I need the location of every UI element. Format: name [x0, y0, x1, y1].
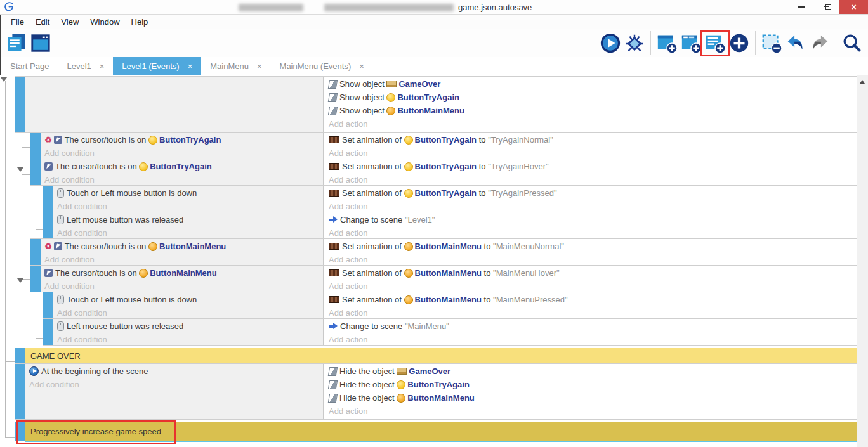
add-condition-button[interactable]: Add condition [44, 173, 323, 186]
event-row[interactable]: ♻The cursor/touch is on ButtonMainMenuAd… [30, 238, 857, 266]
quoted-value: "TryAgainNormal" [488, 135, 553, 145]
debug-icon [624, 32, 645, 54]
add-condition-button[interactable]: Add condition [44, 253, 323, 266]
add-condition-button[interactable]: Add condition [44, 280, 323, 293]
menu-window[interactable]: Window [84, 17, 125, 27]
button-orange-icon [397, 394, 405, 403]
toolbar-debug-button[interactable] [624, 32, 645, 54]
conditions-cell: ♻The cursor/touch is on ButtonMainMenuAd… [41, 239, 324, 265]
minimize-button[interactable] [789, 0, 814, 14]
action-item[interactable]: Hide the object GameOver [329, 365, 857, 378]
action-item[interactable]: Show object GameOver [329, 77, 857, 91]
tab-level1[interactable]: Level1× [58, 57, 113, 75]
action-item[interactable]: Set animation of ButtonTryAgain to "TryA… [329, 186, 857, 200]
action-text: At the beginning of the scene [41, 366, 148, 376]
tab-close-icon[interactable]: × [188, 62, 193, 71]
close-button[interactable]: × [839, 0, 868, 14]
toolbar-add-event-button[interactable] [656, 32, 678, 54]
toolbar-deselect-button[interactable] [761, 32, 782, 54]
add-condition-button[interactable]: Add condition [44, 146, 323, 160]
tab-label: Level1 (Events) [122, 62, 179, 71]
tab-close-icon[interactable]: × [257, 62, 262, 71]
add-condition-button[interactable]: Add condition [57, 333, 323, 346]
add-condition-button[interactable]: Add condition [57, 226, 323, 240]
menu-file[interactable]: File [5, 17, 30, 27]
event-row[interactable]: At the beginning of the sceneAdd conditi… [15, 363, 857, 420]
toolbar-project-manager-button[interactable] [6, 32, 27, 54]
condition-item[interactable]: Touch or Left mouse button is down [57, 293, 323, 306]
add-action-button[interactable]: Add action [329, 253, 857, 266]
condition-item[interactable]: Left mouse button was released [57, 213, 323, 226]
condition-item[interactable]: Left mouse button was released [57, 320, 323, 333]
add-action-button[interactable]: Add action [329, 226, 857, 240]
event-row[interactable]: ♻The cursor/touch is on ButtonTryAgainAd… [30, 132, 857, 159]
undo-icon [785, 32, 806, 54]
action-item[interactable]: Set animation of ButtonTryAgain to "TryA… [329, 160, 857, 173]
event-row[interactable]: The cursor/touch is on ButtonTryAgainAdd… [30, 159, 857, 186]
action-item[interactable]: Set animation of ButtonTryAgain to "TryA… [329, 133, 857, 146]
vertical-scrollbar[interactable] [857, 75, 868, 447]
menu-edit[interactable]: Edit [30, 17, 55, 27]
action-item[interactable]: Set animation of ButtonMainMenu to "Main… [329, 240, 857, 253]
condition-item[interactable]: The cursor/touch is on ButtonTryAgain [44, 160, 323, 173]
event-row[interactable]: Left mouse button was releasedAdd condit… [43, 212, 857, 239]
event-marker-bar [15, 77, 25, 132]
scroll-up-arrow-icon[interactable] [860, 80, 865, 84]
add-condition-button[interactable]: Add condition [29, 378, 323, 391]
add-action-button[interactable]: Add action [329, 117, 857, 131]
event-row[interactable]: The cursor/touch is on ButtonMainMenuAdd… [30, 265, 857, 292]
toolbar-add-comment-button[interactable] [704, 32, 726, 54]
action-item[interactable]: Show object ButtonMainMenu [329, 104, 857, 117]
action-item[interactable]: Change to scene "MainMenu" [329, 320, 857, 333]
action-item[interactable]: Change to scene "Level1" [329, 213, 857, 226]
menu-help[interactable]: Help [126, 17, 154, 27]
action-item[interactable]: Set animation of ButtonMainMenu to "Main… [329, 266, 857, 280]
condition-item[interactable]: At the beginning of the scene [29, 365, 323, 378]
event-row[interactable]: Left mouse button was releasedAdd condit… [43, 318, 857, 346]
tab-mainmenu-events[interactable]: MainMenu (Events)× [271, 57, 373, 75]
event-row[interactable]: Show object GameOverShow object ButtonTr… [15, 76, 857, 133]
toolbar-preview-play-button[interactable] [600, 32, 621, 54]
tab-bar: Start PageLevel1×Level1 (Events)×MainMen… [1, 57, 868, 75]
visibility-icon [328, 93, 338, 102]
action-item[interactable]: Hide the object ButtonMainMenu [329, 391, 857, 405]
window-title-text: game.json.autosave [458, 3, 532, 12]
toolbar-undo-button[interactable] [785, 32, 806, 54]
animation-icon [329, 243, 339, 250]
add-action-button[interactable]: Add action [329, 200, 857, 213]
add-action-button[interactable]: Add action [329, 173, 857, 186]
add-action-button[interactable]: Add action [329, 146, 857, 160]
mouse-icon [57, 321, 64, 331]
restore-button[interactable] [814, 0, 839, 14]
menu-view[interactable]: View [55, 17, 84, 27]
add-condition-button[interactable]: Add condition [57, 200, 323, 213]
tab-close-icon[interactable]: × [100, 62, 105, 71]
scene-arrow-icon [329, 323, 338, 330]
toolbar-add-subevent-button[interactable] [680, 32, 702, 54]
add-condition-button[interactable]: Add condition [57, 306, 323, 320]
add-action-button[interactable]: Add action [329, 405, 857, 418]
action-item[interactable]: Hide the object ButtonTryAgain [329, 378, 857, 391]
condition-item[interactable]: The cursor/touch is on ButtonMainMenu [44, 266, 323, 280]
tab-close-icon[interactable]: × [359, 62, 364, 71]
add-action-button[interactable]: Add action [329, 306, 857, 320]
toolbar-search-button[interactable] [841, 32, 863, 54]
tab-mainmenu[interactable]: MainMenu× [201, 57, 270, 75]
event-row[interactable]: Touch or Left mouse button is downAdd co… [43, 185, 857, 212]
condition-item[interactable]: ♻The cursor/touch is on ButtonMainMenu [44, 240, 323, 253]
condition-item[interactable]: ♻The cursor/touch is on ButtonTryAgain [44, 133, 323, 146]
action-item[interactable]: Set animation of ButtonMainMenu to "Main… [329, 293, 857, 306]
comment-row[interactable]: Progressively increase game speed [15, 422, 857, 441]
toolbar-add-circle-button[interactable] [728, 32, 750, 54]
tab-start-page[interactable]: Start Page [1, 57, 58, 75]
action-item[interactable]: Show object ButtonTryAgain [329, 91, 857, 104]
condition-item[interactable]: Touch or Left mouse button is down [57, 186, 323, 200]
add-action-button[interactable]: Add action [329, 333, 857, 346]
add-action-button[interactable]: Add action [329, 280, 857, 293]
comment-row[interactable]: GAME OVER [15, 348, 857, 364]
event-row[interactable]: Touch or Left mouse button is downAdd co… [43, 292, 857, 319]
object-name: ButtonTryAgain [150, 162, 212, 171]
tab-level1-events[interactable]: Level1 (Events)× [113, 57, 201, 75]
toolbar-scene-editor-button[interactable] [30, 32, 51, 54]
toolbar-redo-button[interactable] [809, 32, 831, 54]
